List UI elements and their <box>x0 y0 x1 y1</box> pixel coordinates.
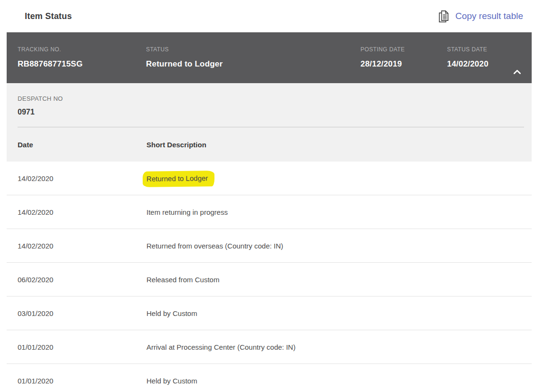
page-header: Item Status Copy result table <box>7 0 532 32</box>
summary-column-label: STATUS DATE <box>447 46 518 53</box>
history-row-description: Released from Custom <box>146 276 532 284</box>
history-row: 01/01/2020Arrival at Processing Center (… <box>7 330 532 364</box>
history-row-date: 06/02/2020 <box>7 276 146 284</box>
highlight-marker: Returned to Lodger <box>143 171 215 187</box>
summary-column-value: Returned to Lodger <box>146 59 360 69</box>
history-row: 06/02/2020Released from Custom <box>7 263 532 296</box>
summary-column-value: 28/12/2019 <box>360 59 447 69</box>
summary-column-value: RB887687715SG <box>18 59 146 69</box>
despatch-no-label: DESPATCH NO <box>18 95 63 102</box>
history-row: 03/01/2020Held by Custom <box>7 296 532 330</box>
history-row-description: Returned from overseas (Country code: IN… <box>146 242 532 250</box>
history-row-description: Arrival at Processing Center (Country co… <box>146 343 532 351</box>
history-row-description: Held by Custom <box>146 377 532 385</box>
item-status-panel: Item Status Copy result table TRACKING N… <box>7 0 532 392</box>
summary-column: STATUS DATE14/02/2020 <box>447 32 518 83</box>
summary-column: TRACKING NO.RB887687715SG <box>7 32 146 83</box>
despatch-no-value: 0971 <box>18 108 35 116</box>
summary-column-value: 14/02/2020 <box>447 59 518 69</box>
history-row: 01/01/2020Held by Custom <box>7 364 532 392</box>
history-row-description: Held by Custom <box>146 309 532 317</box>
summary-column-label: POSTING DATE <box>360 46 447 53</box>
history-row-date: 01/01/2020 <box>7 377 146 385</box>
history-row-date: 14/02/2020 <box>7 174 146 182</box>
copy-document-icon <box>437 10 450 23</box>
history-table-body: 14/02/2020Returned to Lodger14/02/2020It… <box>7 162 532 392</box>
section-divider <box>18 127 524 127</box>
chevron-up-icon[interactable] <box>513 69 521 75</box>
history-row-date: 14/02/2020 <box>7 208 146 216</box>
despatch-details-section: DESPATCH NO 0971 Date Short Description <box>7 83 532 162</box>
column-header-description: Short Description <box>146 141 532 149</box>
tracking-summary-bar[interactable]: TRACKING NO.RB887687715SGSTATUSReturned … <box>7 32 532 83</box>
history-row: 14/02/2020Returned to Lodger <box>7 162 532 195</box>
summary-column-label: TRACKING NO. <box>18 46 146 53</box>
history-row: 14/02/2020Item returning in progress <box>7 195 532 229</box>
copy-result-table-label: Copy result table <box>455 11 523 21</box>
summary-column-label: STATUS <box>146 46 360 53</box>
copy-result-table-button[interactable]: Copy result table <box>437 10 523 23</box>
history-row-description: Returned to Lodger <box>146 174 532 182</box>
history-row-date: 01/01/2020 <box>7 343 146 351</box>
column-header-date: Date <box>7 141 146 149</box>
history-row: 14/02/2020Returned from overseas (Countr… <box>7 229 532 263</box>
history-row-description: Item returning in progress <box>146 208 532 216</box>
history-table-header: Date Short Description <box>7 141 532 149</box>
summary-column: STATUSReturned to Lodger <box>146 32 360 83</box>
history-row-date: 14/02/2020 <box>7 242 146 250</box>
summary-column: POSTING DATE28/12/2019 <box>360 32 447 83</box>
history-row-date: 03/01/2020 <box>7 309 146 317</box>
page-title: Item Status <box>25 11 72 21</box>
